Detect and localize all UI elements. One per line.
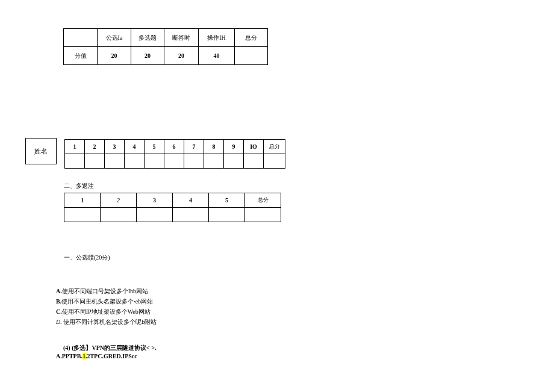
cell [125,154,145,169]
cell: 5 [209,193,245,208]
q4-answer: A.PPTPB.1.2TPC.GRED.IPScc [56,353,137,359]
cell: 公选Ia [98,29,131,47]
cell [64,208,101,222]
cell [244,154,264,169]
answer-text: 使用不同计算机名架设多个呢b附站 [62,319,157,325]
q4-text: (4) (多选】VPN的三层隧道协议< >. [63,344,156,351]
answer-c: C.使用不同IP地址架设多个Web网站 [56,307,157,317]
table-row: 1 2 3 4 5 总分 [64,193,281,208]
cell [85,154,105,169]
cell: 4 [125,140,145,154]
answer-text: 使用不同端口号架设多个Ihb网站 [62,288,148,294]
q4-before: A.PPTPB. [56,353,82,359]
cell: 总分 [245,193,281,208]
cell: 3 [105,140,125,154]
q4-after: 2TPC.GRED.IPScc [87,353,137,359]
answer-prefix: B. [56,298,61,305]
cell: 总分 [235,29,268,47]
table-row: 公选Ia 多选题 断答时 操作IH 总分 [64,29,268,47]
answer-b: B.使用不同主机头名架设多个·eb网站 [56,297,157,306]
cell [64,29,98,47]
cell [145,154,164,169]
cell: 5 [145,140,164,154]
table-row: 1 2 3 4 5 6 7 8 9 IO 总分 [65,140,285,154]
answer-prefix: A. [56,288,62,294]
section1-heading: 一、公选牘(20分) [64,254,110,262]
table-row [64,208,281,222]
cell: 1 [64,193,101,208]
cell [164,154,184,169]
cell [264,154,285,169]
cell: 40 [199,47,235,65]
cell: 多选题 [131,29,164,47]
answer-a: A.使用不同端口号架设多个Ihb网站 [56,287,157,296]
cell [65,154,85,169]
section2-label: 二、多返注 [64,182,94,190]
cell: 1 [65,140,85,154]
cell: 9 [224,140,244,154]
cell: 分值 [64,47,98,65]
cell [184,154,204,169]
cell: 6 [164,140,184,154]
cell [101,208,137,222]
cell [224,154,244,169]
cell: 2 [101,193,137,208]
cell [204,154,224,169]
answers-block: A.使用不同端口号架设多个Ihb网站 B.使用不同主机头名架设多个·eb网站 C… [56,287,157,328]
answer-text: 使用不同主机头名架设多个·eb网站 [61,298,153,305]
answer-text: 使用不同IP地址架设多个Web网站 [62,308,151,315]
q1-table: 1 2 3 4 5 6 7 8 9 IO 总分 [64,139,285,169]
cell [173,208,209,222]
cell: 3 [137,193,173,208]
cell: IO [244,140,264,154]
cell [209,208,245,222]
cell: 20 [131,47,164,65]
cell: 8 [204,140,224,154]
q4-line: (4) (多选】VPN的三层隧道协议< >. [63,344,156,352]
answer-d: D. 使用不同计算机名架设多个呢b附站 [56,317,157,327]
cell: 4 [173,193,209,208]
name-box: 姓名 [25,138,57,164]
cell: 20 [98,47,131,65]
table-row: 分值 20 20 20 40 [64,47,268,65]
q2-table: 1 2 3 4 5 总分 [64,193,281,222]
cell [137,208,173,222]
cell: 2 [85,140,105,154]
cell: 断答时 [164,29,199,47]
cell [105,154,125,169]
score-summary-table: 公选Ia 多选题 断答时 操作IH 总分 分值 20 20 20 40 [63,28,268,65]
answer-prefix: C. [56,308,62,315]
cell: 操作IH [199,29,235,47]
table-row [65,154,285,169]
cell [245,208,281,222]
cell: 总分 [264,140,285,154]
cell: 7 [184,140,204,154]
cell: 20 [164,47,199,65]
cell [235,47,268,65]
answer-prefix: D. [56,319,62,325]
